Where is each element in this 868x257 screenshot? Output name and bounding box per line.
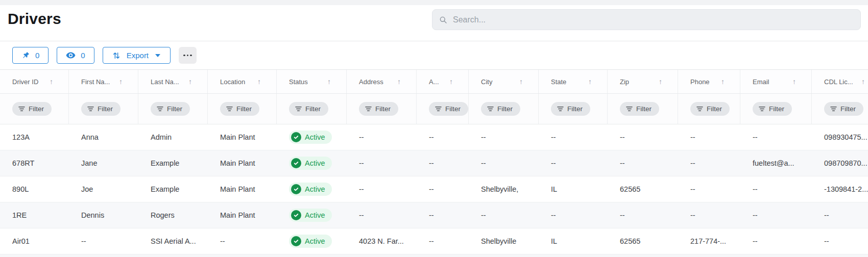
more-options-button[interactable] xyxy=(179,47,197,64)
column-label: Status xyxy=(289,78,308,86)
cell-email: -- xyxy=(740,185,812,193)
filter-button-email[interactable]: Filter xyxy=(753,102,792,116)
column-header-state[interactable]: State↑ xyxy=(539,70,608,93)
filter-cell-state: Filter xyxy=(539,94,608,124)
filter-button-location[interactable]: Filter xyxy=(220,102,259,116)
filter-label: Filter xyxy=(769,105,784,113)
cell-zip: -- xyxy=(608,159,678,167)
caret-down-icon xyxy=(155,54,160,57)
cell-location: Main Plant xyxy=(208,133,277,141)
filter-lines-icon xyxy=(87,106,94,112)
cell-address: -- xyxy=(347,211,417,219)
column-label: State xyxy=(551,78,566,86)
status-label: Active xyxy=(305,185,325,193)
filter-button-address[interactable]: Filter xyxy=(359,102,398,116)
column-header-a[interactable]: A...↑ xyxy=(417,70,469,93)
filter-lines-icon xyxy=(435,106,442,112)
toolbar: 0 0 Export xyxy=(0,41,868,69)
cell-zip: -- xyxy=(608,211,678,219)
column-label: CDL Lic... xyxy=(824,78,853,86)
cell-status: Active xyxy=(277,157,347,170)
cell-address: -- xyxy=(347,133,417,141)
drivers-table: Driver ID↑First Na...↑Last Na...↑Locatio… xyxy=(0,69,868,257)
column-header-driver-id[interactable]: Driver ID↑ xyxy=(0,70,69,93)
cell-first-na: Anna xyxy=(69,133,138,141)
search-box[interactable] xyxy=(432,9,861,30)
status-badge: Active xyxy=(289,131,332,144)
filter-button-driver-id[interactable]: Filter xyxy=(12,102,52,116)
filter-button-city[interactable]: Filter xyxy=(481,102,520,116)
column-header-status[interactable]: Status↑ xyxy=(277,70,347,93)
cell-city: -- xyxy=(469,211,539,219)
filter-button-zip[interactable]: Filter xyxy=(620,102,659,116)
cell-state: IL xyxy=(539,237,608,245)
column-label: Location xyxy=(220,78,245,86)
check-circle-icon xyxy=(291,132,301,142)
table-header-row: Driver ID↑First Na...↑Last Na...↑Locatio… xyxy=(0,70,868,94)
table-row[interactable]: 890LJoeExampleMain PlantActive----Shelby… xyxy=(0,176,868,202)
cell-first-na: Joe xyxy=(69,185,138,193)
table-body: 123AAnnaAdminMain PlantActive-----------… xyxy=(0,124,868,254)
cell-status: Active xyxy=(277,209,347,222)
table-row[interactable]: 1REDennisRogersMain PlantActive---------… xyxy=(0,202,868,228)
column-header-location[interactable]: Location↑ xyxy=(208,70,277,93)
filter-cell-driver-id: Filter xyxy=(0,94,69,124)
search-input[interactable] xyxy=(452,15,854,25)
column-header-phone[interactable]: Phone↑ xyxy=(678,70,740,93)
sort-arrow-icon: ↑ xyxy=(257,78,261,86)
sort-arrow-icon: ↑ xyxy=(397,78,401,86)
cell-first-na: -- xyxy=(69,237,138,245)
filter-lines-icon xyxy=(157,106,163,112)
filter-label: Filter xyxy=(167,105,182,113)
filter-button-a[interactable]: Filter xyxy=(429,102,468,116)
filter-button-state[interactable]: Filter xyxy=(551,102,590,116)
filter-cell-location: Filter xyxy=(208,94,277,124)
cell-location: -- xyxy=(208,237,277,245)
column-header-address[interactable]: Address↑ xyxy=(347,70,417,93)
table-row[interactable]: 678RTJaneExampleMain PlantActive--------… xyxy=(0,150,868,176)
pinned-count-button[interactable]: 0 xyxy=(12,47,49,64)
column-header-city[interactable]: City↑ xyxy=(469,70,539,93)
sort-arrow-icon: ↑ xyxy=(659,78,662,86)
column-header-cdl-lic[interactable]: CDL Lic...↑ xyxy=(812,70,868,93)
cell-status: Active xyxy=(277,235,347,248)
column-header-email[interactable]: Email↑ xyxy=(740,70,812,93)
sort-arrow-icon: ↑ xyxy=(449,78,453,86)
eye-icon xyxy=(66,52,76,59)
check-circle-icon xyxy=(291,236,301,246)
cell-cdl-lic: -1309841-2... xyxy=(812,185,868,193)
column-label: Last Na... xyxy=(151,78,179,86)
column-header-last-na[interactable]: Last Na...↑ xyxy=(138,70,208,93)
pinned-count: 0 xyxy=(35,51,39,60)
column-label: First Na... xyxy=(81,78,110,86)
cell-address: 4023 N. Far... xyxy=(347,237,417,245)
status-badge: Active xyxy=(289,183,332,196)
cell-city: -- xyxy=(469,133,539,141)
filter-button-phone[interactable]: Filter xyxy=(690,102,730,116)
filter-lines-icon xyxy=(18,106,25,112)
filter-button-last-na[interactable]: Filter xyxy=(151,102,190,116)
cell-email: fueltest@a... xyxy=(740,159,812,167)
filter-button-status[interactable]: Filter xyxy=(289,102,328,116)
filter-cell-address: Filter xyxy=(347,94,417,124)
cell-cdl-lic: -- xyxy=(812,211,868,219)
cell-location: Main Plant xyxy=(208,159,277,167)
cell-city: Shelbyville xyxy=(469,237,539,245)
partial-next-row xyxy=(0,254,868,257)
cell-last-na: Rogers xyxy=(138,211,208,219)
page-title: Drivers xyxy=(8,10,61,28)
cell-last-na: Admin xyxy=(138,133,208,141)
cell-a: -- xyxy=(417,133,469,141)
cell-last-na: Example xyxy=(138,185,208,193)
column-header-first-na[interactable]: First Na...↑ xyxy=(69,70,138,93)
table-row[interactable]: Air01--SSI Aerial A...--Active4023 N. Fa… xyxy=(0,228,868,254)
visibility-count-button[interactable]: 0 xyxy=(57,47,94,64)
column-header-zip[interactable]: Zip↑ xyxy=(608,70,678,93)
export-button[interactable]: Export xyxy=(103,47,171,64)
cell-a: -- xyxy=(417,237,469,245)
filter-cell-first-na: Filter xyxy=(69,94,138,124)
filter-button-first-na[interactable]: Filter xyxy=(81,102,120,116)
filter-button-cdl-lic[interactable]: Filter xyxy=(824,102,863,116)
status-label: Active xyxy=(305,237,325,245)
table-row[interactable]: 123AAnnaAdminMain PlantActive-----------… xyxy=(0,124,868,150)
